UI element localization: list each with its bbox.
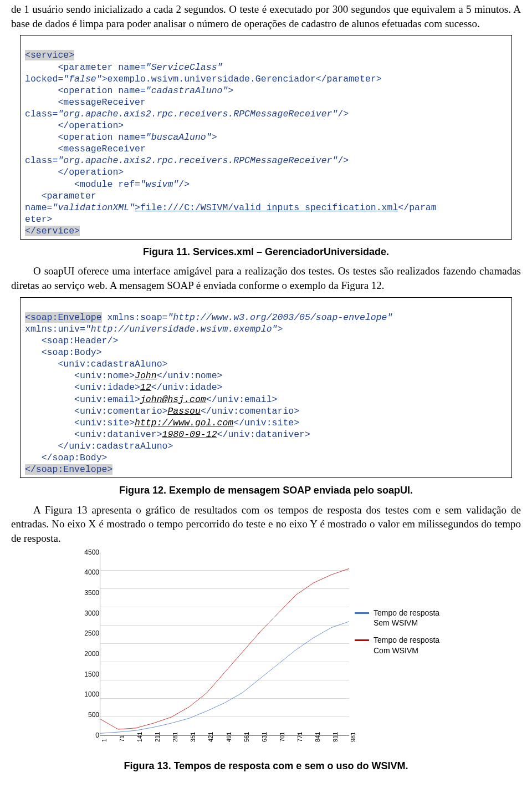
chart-legend: Tempo de resposta Sem WSIVM Tempo de res… (355, 608, 454, 663)
code-line: <operation name="cadastraAluno"> (25, 85, 233, 96)
code-line: locked="false">exemplo.wsivm.universidad… (25, 74, 382, 84)
legend-label: Tempo de resposta Com WSIVM (374, 635, 454, 656)
figure-12-caption: Figura 12. Exemplo de mensagem SOAP envi… (11, 484, 521, 497)
page: de 1 usuário sendo inicializado a cada 2… (0, 2, 532, 789)
legend-label: Tempo de resposta Sem WSIVM (374, 608, 454, 629)
code-line: eter> (25, 214, 53, 225)
paragraph-3: A Figura 13 apresenta o gráfico de resul… (11, 503, 521, 546)
paragraph-2: O soapUI oferece uma interface amigável … (11, 264, 521, 292)
code-services-xml: <service> <parameter name="ServiceClass"… (20, 35, 512, 240)
code-line: </service> (25, 226, 80, 236)
legend-swatch-red (355, 639, 369, 641)
code-line: <operation name="buscaAluno"> (25, 132, 217, 143)
code-line: </operation> (25, 167, 124, 177)
code-line: <univ:dataniver>1980-09-12</univ:dataniv… (25, 429, 310, 440)
y-axis-ticks: 050010001500200025003000350040004500 (75, 552, 99, 735)
code-line: </soap:Body> (25, 453, 108, 463)
code-line: class="org.apache.axis2.rpc.receivers.RP… (25, 155, 349, 166)
code-line: <service> (25, 50, 74, 60)
code-line: <univ:idade>12</univ:idade> (25, 382, 222, 393)
code-line: xmlns:univ="http://universidade.wsivm.ex… (25, 324, 283, 334)
figure-11-caption: Figura 11. Services.xml – GerenciadorUni… (11, 245, 521, 258)
code-line: <parameter name="ServiceClass" (25, 62, 222, 73)
chart-plot (100, 552, 349, 735)
legend-item: Tempo de resposta Com WSIVM (355, 635, 454, 656)
code-line: <univ:nome>John</univ:nome> (25, 370, 222, 381)
code-line: <messageReceiver (25, 97, 146, 108)
x-axis-ticks: 1711412112813514214915616317017718419119… (100, 736, 349, 750)
code-line: <soap:Envelope xmlns:soap="http://www.w3… (25, 312, 392, 323)
intro-paragraph: de 1 usuário sendo inicializado a cada 2… (11, 2, 521, 31)
code-line: <univ:site>http://www.gol.com</univ:site… (25, 418, 299, 428)
code-soap-example: <soap:Envelope xmlns:soap="http://www.w3… (20, 297, 512, 479)
code-line: <module ref="wsivm"/> (25, 179, 190, 190)
code-line: name="validationXML">file:///C:/WSIVM/va… (25, 202, 437, 213)
code-line: <univ:comentario>Passou</univ:comentario… (25, 406, 299, 416)
code-line: <soap:Body> (25, 347, 102, 358)
response-time-chart: 050010001500200025003000350040004500 171… (78, 552, 454, 754)
code-line: </soap:Envelope> (25, 464, 112, 475)
figure-13-caption: Figura 13. Tempos de resposta com e sem … (11, 759, 521, 773)
code-line: <soap:Header/> (25, 336, 118, 346)
code-line: <univ:cadastraAluno> (25, 359, 167, 369)
code-line: class="org.apache.axis2.rpc.receivers.RP… (25, 109, 349, 119)
legend-item: Tempo de resposta Sem WSIVM (355, 608, 454, 629)
code-line: <messageReceiver (25, 144, 146, 154)
code-line: </operation> (25, 120, 124, 131)
code-line: <univ:email>john@hsj.com</univ:email> (25, 394, 278, 405)
legend-swatch-blue (355, 612, 369, 614)
code-line: </univ:cadastraAluno> (25, 441, 173, 451)
code-line: <parameter (25, 191, 96, 201)
